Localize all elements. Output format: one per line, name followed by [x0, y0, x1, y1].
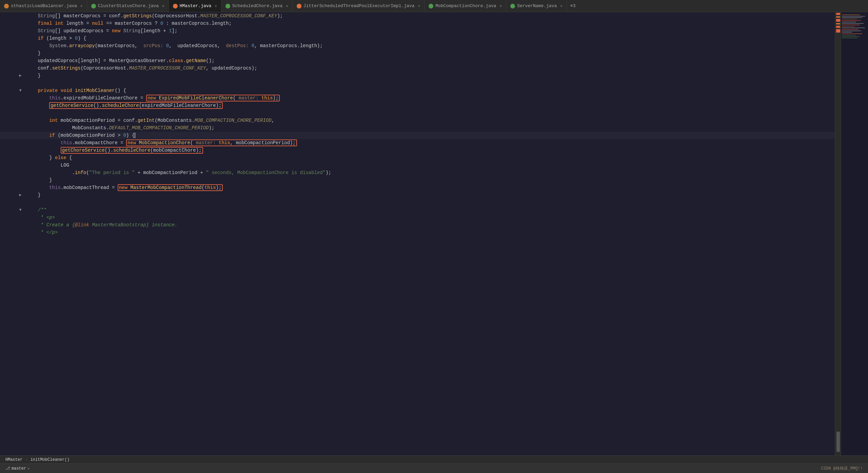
code-line: LOG — [0, 162, 835, 169]
close-tab-stochastic[interactable]: ✕ — [80, 4, 83, 8]
code-line: updatedCoprocs[length] = MasterQuotasObs… — [0, 57, 835, 64]
code-line: } — [0, 176, 835, 184]
fold-icon[interactable]: ▶ — [17, 191, 24, 199]
code-line: ▶ } — [0, 191, 835, 199]
code-line: System.arraycopy(masterCoprocs, srcPos: … — [0, 42, 835, 50]
close-tab-mobcompaction[interactable]: ✕ — [500, 4, 502, 8]
code-line: this.mobCompactThread = new MasterMobCom… — [0, 184, 835, 191]
scroll-marker — [836, 29, 840, 33]
git-icon: ⎇ — [5, 466, 10, 471]
scroll-marker — [836, 26, 840, 28]
tab-overflow[interactable]: ≡3 — [567, 3, 579, 8]
watermark-text: CSDN @格格巫_MMQ!! — [821, 466, 863, 471]
code-line: .info("The period is " + mobCompactionPe… — [0, 169, 835, 176]
code-line: * </p> — [0, 229, 835, 236]
code-line: String[] masterCoprocs = conf.getStrings… — [0, 12, 835, 20]
tab-icon-servername — [510, 4, 515, 8]
editor-container: String[] masterCoprocs = conf.getStrings… — [0, 12, 868, 455]
tab-icon-stochastic — [4, 4, 9, 8]
tab-label-cluster: ClusterStatusChore.java — [98, 3, 159, 8]
code-line: ▼ /** — [0, 206, 835, 214]
tab-icon-jitter — [297, 4, 301, 8]
close-tab-scheduledchore[interactable]: ✕ — [286, 4, 288, 8]
breadcrumb-method[interactable]: initMobCleaner() — [31, 457, 70, 462]
tab-label-mobcompaction: MobCompactionChore.java — [435, 3, 496, 8]
code-line: } — [0, 50, 835, 57]
status-right: CSDN @格格巫_MMQ!! — [821, 466, 863, 471]
branch-name: master — [12, 466, 26, 471]
tab-scheduledchore[interactable]: ScheduledChore.java ✕ — [221, 0, 293, 12]
minimap — [841, 12, 868, 455]
code-line: ▼ private void initMobCleaner() { — [0, 87, 835, 94]
code-line — [0, 109, 835, 117]
close-tab-hmaster[interactable]: ✕ — [215, 4, 217, 8]
tab-icon-mobcompaction — [429, 4, 433, 8]
code-line: this.mobCompactChore = new MobCompaction… — [0, 139, 835, 147]
code-line: getChoreService().scheduleChore(expiredM… — [0, 102, 835, 109]
code-line: getChoreService().scheduleChore(mobCompa… — [0, 147, 835, 154]
git-branch[interactable]: ⎇ master ∨ — [5, 466, 29, 471]
scroll-marker — [836, 19, 840, 22]
code-line — [0, 79, 835, 87]
scroll-marker — [836, 13, 840, 15]
fold-icon[interactable]: ▶ — [17, 72, 24, 79]
status-left: ⎇ master ∨ — [5, 466, 29, 471]
branch-chevron: ∨ — [27, 467, 29, 471]
close-tab-cluster[interactable]: ✕ — [162, 4, 164, 8]
breadcrumb-bar: HMaster › initMobCleaner() — [0, 455, 868, 463]
status-bar: ⎇ master ∨ CSDN @格格巫_MMQ!! — [0, 463, 868, 473]
scroll-marker — [836, 16, 840, 18]
tab-stochastic[interactable]: sthasticLoadBalancer.java ✕ — [0, 0, 87, 12]
code-line: String[] updatedCoprocs = new String[len… — [0, 27, 835, 35]
code-line: if (mobCompactionPeriod > 0) { — [0, 132, 835, 139]
scroll-marker — [836, 23, 840, 24]
code-line: int mobCompactionPeriod = conf.getInt(Mo… — [0, 117, 835, 124]
tab-label-stochastic: sthasticLoadBalancer.java — [11, 3, 77, 8]
tab-mobcompaction[interactable]: MobCompactionChore.java ✕ — [425, 0, 506, 12]
tab-icon-cluster — [91, 4, 96, 8]
tab-hmaster[interactable]: HMaster.java ✕ — [169, 0, 221, 12]
tab-label-scheduledchore: ScheduledChore.java — [232, 3, 282, 8]
scrollbar-panel[interactable] — [835, 12, 841, 455]
code-line: this.expiredMobFileCleanerChore = new Ex… — [0, 94, 835, 102]
tab-label-jitter: JitterScheduledThreadPoolExecutorImpl.ja… — [303, 3, 415, 8]
code-line: * Create a {@link MasterMetaBootstrap} i… — [0, 221, 835, 229]
fold-icon[interactable]: ▼ — [17, 87, 24, 94]
fold-icon[interactable]: ▼ — [17, 206, 24, 214]
close-tab-jitter[interactable]: ✕ — [418, 4, 420, 8]
close-tab-servername[interactable]: ✕ — [560, 4, 563, 8]
code-line — [0, 199, 835, 206]
code-line: ▶ } — [0, 72, 835, 79]
code-editor[interactable]: String[] masterCoprocs = conf.getStrings… — [0, 12, 835, 455]
code-line: final int length = null == masterCoprocs… — [0, 20, 835, 27]
code-line: MobConstants.DEFAULT_MOB_COMPACTION_CHOR… — [0, 124, 835, 132]
tab-cluster[interactable]: ClusterStatusChore.java ✕ — [87, 0, 169, 12]
code-line: * <p> — [0, 214, 835, 221]
scrollbar-thumb[interactable] — [836, 432, 840, 452]
breadcrumb-class[interactable]: HMaster — [5, 457, 22, 462]
tab-icon-hmaster — [173, 4, 178, 8]
breadcrumb-separator: › — [25, 457, 27, 462]
tab-jitter[interactable]: JitterScheduledThreadPoolExecutorImpl.ja… — [293, 0, 425, 12]
code-line: } else { — [0, 154, 835, 162]
code-line: conf.setStrings(CoprocessorHost.MASTER_C… — [0, 64, 835, 72]
tab-label-hmaster: HMaster.java — [180, 3, 212, 8]
tab-icon-scheduledchore — [225, 4, 230, 8]
tab-servername[interactable]: ServerName.java ✕ — [506, 0, 567, 12]
code-line: if (length > 0) { — [0, 35, 835, 42]
tab-bar: sthasticLoadBalancer.java ✕ ClusterStatu… — [0, 0, 868, 12]
tab-label-servername: ServerName.java — [517, 3, 557, 8]
